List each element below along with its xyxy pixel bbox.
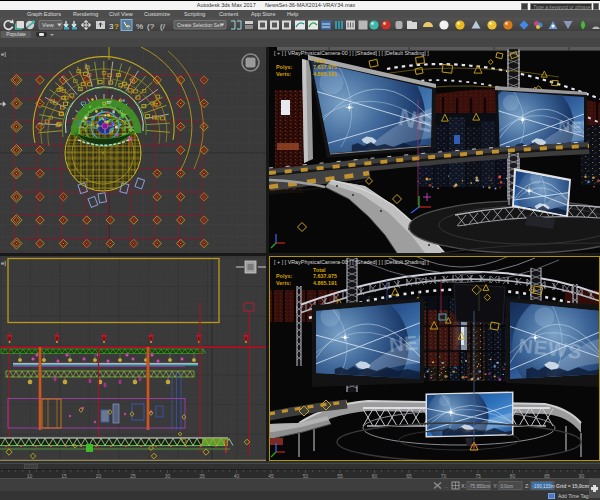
svg-text:e]: e]: [1, 51, 6, 57]
svg-text:Total: Total: [313, 58, 326, 64]
svg-text:4.865.191: 4.865.191: [313, 71, 337, 77]
svg-text:7.637.975: 7.637.975: [313, 64, 337, 70]
svg-text:Polys:: Polys:: [276, 273, 292, 279]
svg-text:Total: Total: [313, 267, 326, 273]
svg-text:Y:: Y:: [493, 483, 498, 489]
svg-text:e]: e]: [1, 260, 6, 266]
svg-text:Verts:: Verts:: [276, 280, 291, 286]
svg-text:View: View: [42, 22, 54, 28]
svg-text:Verts:: Verts:: [276, 71, 291, 77]
svg-text:Z:: Z:: [525, 483, 530, 489]
svg-text:...: ...: [444, 483, 448, 489]
svg-text:7.637.975: 7.637.975: [313, 273, 337, 279]
svg-text:Grid = 15,0cm: Grid = 15,0cm: [556, 483, 589, 489]
svg-text:%: %: [136, 22, 143, 31]
svg-text:-75,650cm: -75,650cm: [469, 484, 491, 489]
svg-text:Polys:: Polys:: [276, 64, 292, 70]
svg-text:?: ?: [126, 24, 130, 30]
svg-text:0,0cm: 0,0cm: [501, 484, 514, 489]
svg-text:[ + ] [ VRayPhysicalCamera-00: [ + ] [ VRayPhysicalCamera-00 ] [ [Shade…: [274, 259, 429, 265]
svg-text:(?: (?: [147, 22, 155, 31]
svg-text:?: ?: [114, 22, 119, 31]
svg-text:-190,133m: -190,133m: [533, 484, 555, 489]
svg-text:[ + ] [ VRayPhysicalCamera-00: [ + ] [ VRayPhysicalCamera-00 ] [ [Shade…: [274, 50, 429, 56]
svg-text:X:: X:: [461, 483, 467, 489]
svg-text:Create Selection Set: Create Selection Set: [177, 23, 222, 28]
svg-text:(/: (/: [160, 22, 166, 31]
svg-text:4.865.191: 4.865.191: [313, 280, 337, 286]
